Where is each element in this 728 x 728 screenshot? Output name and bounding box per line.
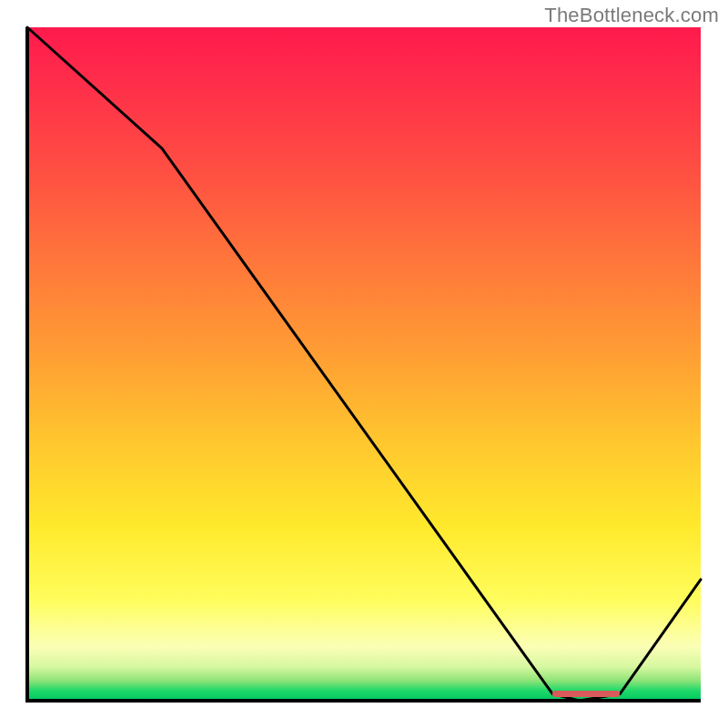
plot-area: [27, 27, 701, 701]
bottleneck-curve: [27, 27, 701, 701]
attribution-text: TheBottleneck.com: [544, 4, 719, 27]
optimal-range-marker: [552, 691, 620, 697]
chart-container: TheBottleneck.com: [0, 0, 728, 728]
